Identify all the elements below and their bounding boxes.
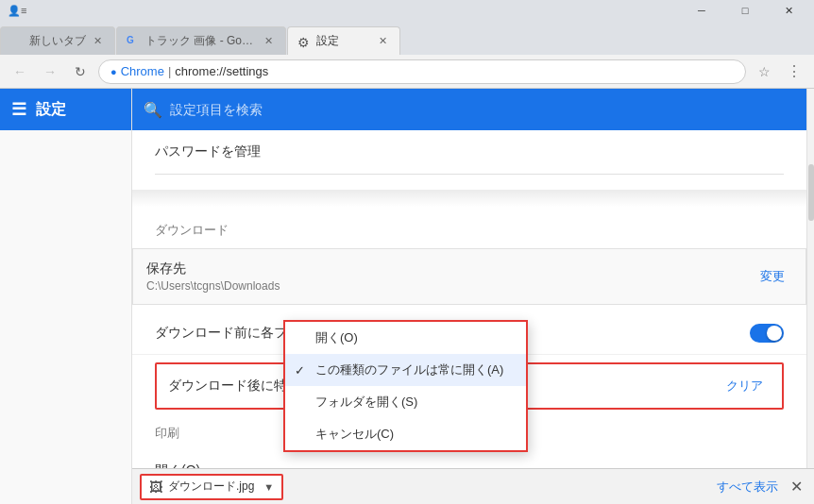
search-input[interactable] bbox=[170, 102, 795, 117]
tab-favicon-1 bbox=[10, 35, 24, 48]
tab-favicon-2: G bbox=[127, 35, 140, 48]
password-row: パスワードを管理 bbox=[155, 130, 784, 175]
refresh-button[interactable]: ↻ bbox=[68, 59, 93, 84]
context-menu-open-folder-label: フォルダを開く(S) bbox=[315, 394, 417, 411]
context-menu-item-always-open[interactable]: この種類のファイルは常に開く(A) bbox=[285, 354, 526, 386]
tab-title-1: 新しいタブ bbox=[29, 33, 86, 49]
tab-new[interactable]: 新しいタブ ✕ bbox=[0, 26, 115, 55]
profile-icon[interactable]: 👤≡ bbox=[8, 5, 26, 17]
context-menu-item-open[interactable]: 開く(O) bbox=[285, 322, 526, 354]
address-bar: ← → ↻ ● Chrome | chrome://settings ☆ ⋮ bbox=[0, 55, 814, 89]
context-menu-always-open-label: この種類のファイルは常に開く(A) bbox=[315, 361, 503, 378]
show-all-button[interactable]: すべて表示 bbox=[709, 475, 786, 499]
tab-title-3: 設定 bbox=[316, 33, 371, 49]
sidebar-header: ☰ 設定 bbox=[0, 89, 131, 130]
search-bar: 🔍 bbox=[132, 89, 806, 130]
minimize-button[interactable]: ─ bbox=[680, 0, 723, 21]
back-button[interactable]: ← bbox=[8, 59, 32, 84]
confirm-download-toggle[interactable] bbox=[750, 324, 784, 343]
sidebar: ☰ 設定 bbox=[0, 89, 132, 504]
maximize-button[interactable]: □ bbox=[723, 0, 767, 21]
clear-button[interactable]: クリア bbox=[719, 374, 771, 398]
tab-close-3[interactable]: ✕ bbox=[375, 34, 390, 49]
close-button[interactable]: ✕ bbox=[767, 0, 810, 21]
tab-title-2: トラック 画像 - Google 検索 bbox=[145, 33, 257, 49]
content-wrapper: 🔍 パスワードを管理 ダウンロード 保存先 C:\Use bbox=[132, 89, 814, 504]
title-bar: 👤≡ ─ □ ✕ bbox=[0, 0, 814, 21]
tab-close-2[interactable]: ✕ bbox=[261, 34, 276, 49]
scrollbar-track bbox=[806, 89, 814, 504]
download-bar: 🖼 ダウンロード.jpg ▼ すべて表示 ✕ bbox=[132, 468, 814, 504]
change-button[interactable]: 変更 bbox=[753, 264, 792, 289]
password-label: パスワードを管理 bbox=[155, 143, 261, 160]
tab-bar: 新しいタブ ✕ G トラック 画像 - Google 検索 ✕ ⚙ 設定 ✕ bbox=[0, 21, 814, 55]
download-arrow[interactable]: ▼ bbox=[263, 481, 274, 493]
tab-search[interactable]: G トラック 画像 - Google 検索 ✕ bbox=[116, 26, 286, 55]
spacer1 bbox=[155, 175, 784, 190]
address-input[interactable]: ● Chrome | chrome://settings bbox=[98, 59, 746, 84]
toggle-knob bbox=[767, 326, 782, 341]
context-menu-cancel-label: キャンセル(C) bbox=[315, 426, 394, 443]
save-location-action: 変更 bbox=[753, 264, 792, 289]
tab-favicon-3: ⚙ bbox=[297, 35, 311, 48]
context-menu: 開く(O) この種類のファイルは常に開く(A) フォルダを開く(S) キャンセル… bbox=[283, 320, 528, 452]
download-file-icon: 🖼 bbox=[149, 479, 162, 495]
save-location-label-group: 保存先 C:\Users\tcgns\Downloads bbox=[146, 260, 753, 293]
context-menu-item-open-folder[interactable]: フォルダを開く(S) bbox=[285, 386, 526, 418]
download-item: 🖼 ダウンロード.jpg ▼ bbox=[140, 474, 283, 500]
search-icon: 🔍 bbox=[144, 101, 162, 119]
address-url: chrome://settings bbox=[175, 64, 268, 78]
address-separator: | bbox=[168, 64, 171, 78]
tab-close-1[interactable]: ✕ bbox=[90, 34, 105, 49]
tab-settings[interactable]: ⚙ 設定 ✕ bbox=[287, 26, 400, 55]
save-location-row: 保存先 C:\Users\tcgns\Downloads 変更 bbox=[132, 248, 806, 305]
hamburger-icon[interactable]: ☰ bbox=[11, 99, 26, 120]
lock-icon: ● bbox=[110, 66, 117, 77]
bookmark-button[interactable]: ☆ bbox=[752, 59, 776, 84]
context-menu-item-cancel[interactable]: キャンセル(C) bbox=[285, 418, 526, 450]
sidebar-title: 設定 bbox=[36, 100, 66, 120]
save-location-main-label: 保存先 bbox=[146, 260, 753, 277]
context-menu-open-label: 開く(O) bbox=[315, 329, 358, 346]
confirm-download-toggle-wrap bbox=[750, 324, 784, 343]
title-bar-controls: ─ □ ✕ bbox=[680, 0, 810, 21]
save-location-path: C:\Users\tcgns\Downloads bbox=[146, 279, 753, 293]
menu-button[interactable]: ⋮ bbox=[782, 59, 806, 84]
forward-button[interactable]: → bbox=[38, 59, 62, 84]
address-scheme: Chrome bbox=[121, 64, 164, 78]
download-section-title: ダウンロード bbox=[155, 222, 784, 239]
main-layout: ☰ 設定 🔍 パスワードを管理 ダウンロード bbox=[0, 89, 814, 504]
scrollbar-thumb[interactable] bbox=[808, 164, 814, 221]
download-filename: ダウンロード.jpg bbox=[168, 479, 254, 495]
wave-divider bbox=[132, 190, 806, 207]
download-bar-close[interactable]: ✕ bbox=[786, 477, 806, 497]
